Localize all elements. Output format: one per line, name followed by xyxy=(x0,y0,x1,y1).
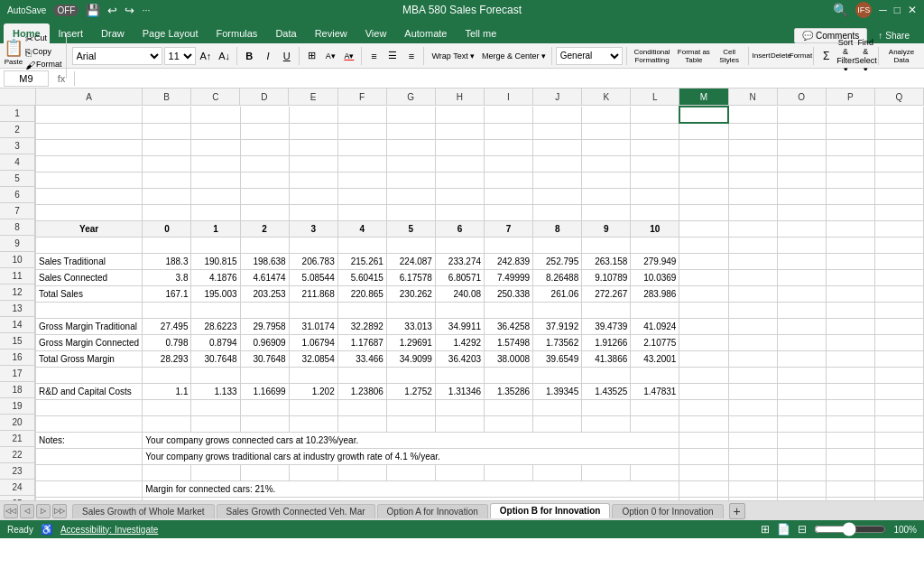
number-format-select[interactable]: General Number Currency Percentage xyxy=(556,47,624,65)
sheet-tab-5[interactable]: Option 0 for Innovation xyxy=(612,504,723,518)
user-avatar[interactable]: IFS xyxy=(855,2,872,18)
row-header-12[interactable]: 12 xyxy=(0,284,35,301)
sheet-nav-prev[interactable]: ◁ xyxy=(20,504,34,518)
row-header-11[interactable]: 11 xyxy=(0,268,35,284)
tab-data[interactable]: Data xyxy=(266,23,305,43)
save-icon[interactable]: 💾 xyxy=(86,4,100,17)
more-icon[interactable]: ··· xyxy=(142,5,150,15)
font-family-select[interactable]: Arial Calibri Times New Roman xyxy=(72,47,162,65)
align-left-btn[interactable]: ≡ xyxy=(365,47,383,65)
font-color-button[interactable]: A▾ xyxy=(341,47,358,65)
col-header-H[interactable]: H xyxy=(436,89,485,105)
sheet-nav-first[interactable]: ◁◁ xyxy=(4,504,18,518)
row-header-4[interactable]: 4 xyxy=(0,154,35,171)
borders-button[interactable]: ⊞ xyxy=(303,47,320,65)
cut-button[interactable]: ✂Cut xyxy=(25,33,62,45)
col-header-C[interactable]: C xyxy=(191,89,240,105)
sum-btn[interactable]: Σ xyxy=(818,47,835,65)
share-button[interactable]: ↑ Share xyxy=(871,29,917,42)
row-header-7[interactable]: 7 xyxy=(0,203,35,219)
row-header-17[interactable]: 17 xyxy=(0,366,35,382)
col-header-L[interactable]: L xyxy=(631,89,679,105)
format-as-table-btn[interactable]: Format as Table xyxy=(675,47,713,65)
function-wizard-btn[interactable]: fx xyxy=(52,70,70,87)
col-header-E[interactable]: E xyxy=(289,89,337,105)
col-header-A[interactable]: A xyxy=(36,89,143,105)
zoom-slider[interactable] xyxy=(814,524,886,535)
sheet-nav-last[interactable]: ▷▷ xyxy=(52,504,67,518)
col-header-M[interactable]: M xyxy=(679,89,728,105)
row-header-6[interactable]: 6 xyxy=(0,187,35,203)
wrap-text-btn[interactable]: Wrap Text ▾ xyxy=(428,47,478,65)
formula-input[interactable] xyxy=(79,70,920,87)
row-header-10[interactable]: 10 xyxy=(0,252,35,268)
col-header-I[interactable]: I xyxy=(485,89,533,105)
tab-formulas[interactable]: Formulas xyxy=(208,23,267,43)
col-header-G[interactable]: G xyxy=(387,89,436,105)
row-header-24[interactable]: 24 xyxy=(0,480,35,496)
fill-color-button[interactable]: A▾ xyxy=(322,47,339,65)
sheet-tab-1[interactable]: Sales Growth of Whole Market xyxy=(72,504,215,518)
row-header-2[interactable]: 2 xyxy=(0,122,35,138)
col-header-D[interactable]: D xyxy=(240,89,289,105)
sheet-tab-4[interactable]: Option B for Innovation xyxy=(490,503,611,518)
row-header-23[interactable]: 23 xyxy=(0,463,35,480)
row-header-15[interactable]: 15 xyxy=(0,333,35,350)
copy-button[interactable]: ⎘Copy xyxy=(25,47,62,58)
sheet-tab-2[interactable]: Sales Growth Connected Veh. Mar xyxy=(217,504,375,518)
sheet-tab-3[interactable]: Option A for Innovation xyxy=(377,504,488,518)
tab-review[interactable]: Review xyxy=(306,23,356,43)
font-size-select[interactable]: 11 12 14 xyxy=(164,47,196,65)
restore-btn[interactable]: □ xyxy=(894,4,901,16)
row-header-14[interactable]: 14 xyxy=(0,317,35,333)
minimize-btn[interactable]: ─ xyxy=(879,4,887,16)
view-normal-icon[interactable]: ⊞ xyxy=(761,523,770,536)
row-header-1[interactable]: 1 xyxy=(0,106,35,122)
undo-icon[interactable]: ↩ xyxy=(107,4,117,17)
delete-btn[interactable]: Delete xyxy=(772,47,790,65)
font-decrease-btn[interactable]: A↓ xyxy=(216,47,233,65)
tab-page-layout[interactable]: Page Layout xyxy=(134,23,208,43)
col-header-K[interactable]: K xyxy=(582,89,631,105)
paste-button[interactable]: 📋 Paste xyxy=(4,38,23,66)
col-header-O[interactable]: O xyxy=(778,89,827,105)
underline-button[interactable]: U xyxy=(278,47,295,65)
tab-tell-me[interactable]: Tell me xyxy=(456,23,505,43)
autosave-state[interactable]: OFF xyxy=(53,5,79,16)
redo-icon[interactable]: ↪ xyxy=(125,4,134,17)
row-header-3[interactable]: 3 xyxy=(0,138,35,154)
close-btn[interactable]: ✕ xyxy=(908,4,917,16)
col-header-J[interactable]: J xyxy=(533,89,582,105)
insert-btn[interactable]: Insert xyxy=(752,47,770,65)
row-header-5[interactable]: 5 xyxy=(0,171,35,187)
row-header-18[interactable]: 18 xyxy=(0,382,35,398)
search-icon[interactable]: 🔍 xyxy=(833,3,848,17)
format-btn[interactable]: Format xyxy=(791,47,809,65)
col-header-Q[interactable]: Q xyxy=(875,89,924,105)
row-header-16[interactable]: 16 xyxy=(0,350,35,366)
analyze-data-btn[interactable]: Analyze Data xyxy=(882,47,920,65)
row-header-9[interactable]: 9 xyxy=(0,236,35,252)
font-increase-btn[interactable]: A↑ xyxy=(198,47,215,65)
row-header-22[interactable]: 22 xyxy=(0,447,35,463)
row-header-20[interactable]: 20 xyxy=(0,415,35,431)
format-painter-button[interactable]: 🖌Format xyxy=(25,60,62,70)
sheet-nav-next[interactable]: ▷ xyxy=(36,504,51,518)
grid[interactable]: Year 0 1 2 3 4 5 6 7 8 9 10 xyxy=(36,106,924,500)
view-page-break-icon[interactable]: ⊟ xyxy=(798,523,807,536)
row-header-21[interactable]: 21 xyxy=(0,431,35,447)
col-header-F[interactable]: F xyxy=(338,89,387,105)
conditional-formatting-btn[interactable]: Conditional Formatting xyxy=(631,47,673,65)
col-header-P[interactable]: P xyxy=(827,89,875,105)
merge-center-btn[interactable]: Merge & Center ▾ xyxy=(480,47,548,65)
row-header-13[interactable]: 13 xyxy=(0,301,35,317)
cell-reference-input[interactable] xyxy=(4,70,49,87)
bold-button[interactable]: B xyxy=(241,47,258,65)
view-page-layout-icon[interactable]: 📄 xyxy=(777,523,790,536)
sort-filter-btn[interactable]: Sort & Filter ▾ xyxy=(836,47,855,65)
align-right-btn[interactable]: ≡ xyxy=(403,47,420,65)
align-center-btn[interactable]: ☰ xyxy=(384,47,402,65)
tab-view[interactable]: View xyxy=(356,23,396,43)
accessibility-status[interactable]: Accessibility: Investigate xyxy=(60,525,158,535)
row-header-19[interactable]: 19 xyxy=(0,398,35,415)
